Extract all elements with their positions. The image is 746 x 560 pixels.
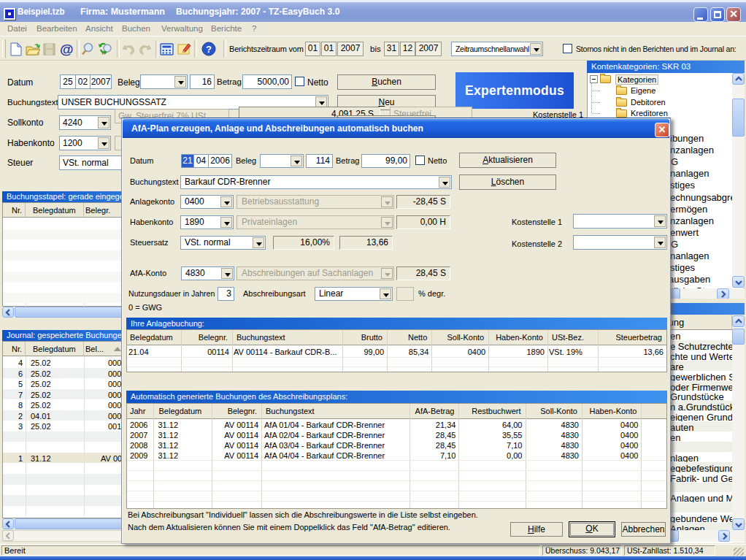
svg-text:?: ? <box>206 44 212 55</box>
